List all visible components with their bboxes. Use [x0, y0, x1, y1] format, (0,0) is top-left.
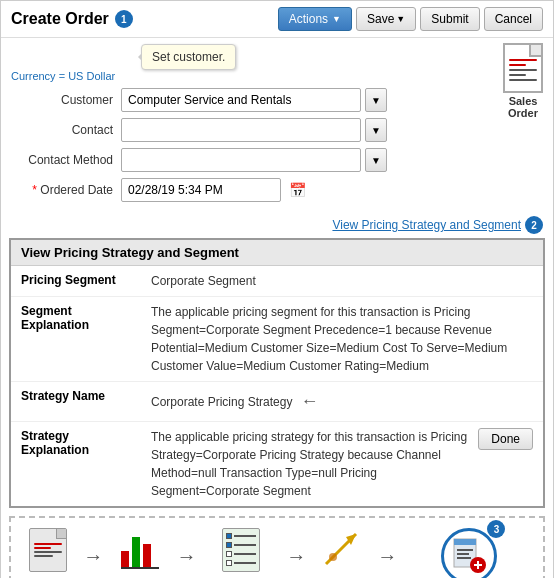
- form-area: SalesOrder Currency = US Dollar Customer…: [1, 38, 553, 214]
- ordered-date-row: Ordered Date 📅: [11, 178, 543, 202]
- ordered-date-input[interactable]: [121, 178, 281, 202]
- header: Create Order 1 Actions ▼ Save ▼ Submit C…: [1, 1, 553, 38]
- contact-method-dropdown-btn[interactable]: ▼: [365, 148, 387, 172]
- strategy-name-value-row: Corporate Pricing Strategy ←: [151, 388, 533, 415]
- arrow-4-icon: →: [377, 545, 397, 568]
- doc-line-2: [509, 74, 526, 76]
- segment-explanation-label: Segment Explanation: [21, 303, 151, 332]
- svg-rect-0: [121, 551, 129, 569]
- sales-order-icon: SalesOrder: [503, 43, 543, 119]
- svg-rect-9: [457, 549, 473, 551]
- strategy-assignment-step-icon: [219, 528, 263, 572]
- segment-explanation-value: The applicable pricing segment for this …: [151, 303, 533, 375]
- strategy-name-row: Strategy Name Corporate Pricing Strategy…: [11, 382, 543, 422]
- customer-row: Customer ▼: [11, 88, 543, 112]
- customer-label: Customer: [11, 93, 121, 107]
- pricing-profile-step-icon: [26, 528, 70, 572]
- pricing-panel: View Pricing Strategy and Segment Pricin…: [9, 238, 545, 508]
- customer-input[interactable]: [121, 88, 361, 112]
- main-container: Create Order 1 Actions ▼ Save ▼ Submit C…: [0, 0, 554, 578]
- contact-method-row: Contact Method ▼: [11, 148, 543, 172]
- segment-explanation-row: Segment Explanation The applicable prici…: [11, 297, 543, 382]
- badge-2: 2: [525, 216, 543, 234]
- ordered-date-input-wrapper: 📅: [121, 178, 543, 202]
- contact-input[interactable]: [121, 118, 361, 142]
- header-actions: Actions ▼ Save ▼ Submit Cancel: [278, 7, 543, 31]
- workflow-step-pricing-admin[interactable]: 3: [411, 528, 529, 578]
- badge-3: 3: [487, 520, 505, 538]
- svg-rect-3: [121, 567, 159, 569]
- workflow-step-strategy-assignment[interactable]: StrategyAssignment: [210, 528, 273, 578]
- contact-row: Contact ▼: [11, 118, 543, 142]
- actions-button[interactable]: Actions ▼: [278, 7, 352, 31]
- contact-input-wrapper: ▼: [121, 118, 543, 142]
- customer-input-wrapper: ▼: [121, 88, 543, 112]
- svg-point-6: [329, 553, 337, 561]
- pricing-segment-value: Corporate Segment: [151, 272, 533, 290]
- pricing-segment-label: Pricing Segment: [21, 272, 151, 287]
- arrow-left-icon: ←: [300, 388, 318, 415]
- contact-method-input[interactable]: [121, 148, 361, 172]
- save-caret-icon: ▼: [396, 14, 405, 24]
- workflow-step-pricing-profile[interactable]: PricingProfile: [26, 528, 70, 578]
- page-title: Create Order: [11, 10, 109, 28]
- svg-rect-11: [457, 557, 471, 559]
- arrow-2-icon: →: [177, 545, 197, 568]
- pricing-strategy-step-icon: [320, 528, 364, 572]
- pricing-link[interactable]: View Pricing Strategy and Segment: [332, 218, 521, 232]
- pricing-segment-row: Pricing Segment Corporate Segment: [11, 266, 543, 297]
- workflow-area: PricingProfile → Pricing: [9, 516, 545, 578]
- calendar-icon[interactable]: 📅: [289, 182, 306, 198]
- customer-dropdown-btn[interactable]: ▼: [365, 88, 387, 112]
- sales-order-label: SalesOrder: [508, 95, 538, 119]
- explanation-content: The applicable pricing strategy for this…: [151, 428, 533, 500]
- svg-rect-1: [132, 537, 140, 569]
- svg-rect-10: [457, 553, 469, 555]
- doc-line-3: [509, 79, 537, 81]
- arrow-3-icon: →: [286, 545, 306, 568]
- tooltip-bubble: Set customer.: [141, 44, 236, 70]
- strategy-name-label: Strategy Name: [21, 388, 151, 403]
- submit-button[interactable]: Submit: [420, 7, 479, 31]
- workflow-steps: PricingProfile → Pricing: [19, 528, 535, 578]
- doc-line-red: [509, 59, 537, 61]
- done-button[interactable]: Done: [478, 428, 533, 450]
- ordered-date-label: Ordered Date: [11, 183, 121, 197]
- workflow-step-pricing-segment[interactable]: PricingSegment: [117, 528, 163, 578]
- workflow-step-pricing-strategy[interactable]: PricingStrategy: [320, 528, 364, 578]
- contact-method-input-wrapper: ▼: [121, 148, 543, 172]
- svg-rect-14: [477, 561, 479, 569]
- pricing-link-row: View Pricing Strategy and Segment 2: [1, 214, 553, 238]
- contact-method-label: Contact Method: [11, 153, 121, 167]
- contact-dropdown-btn[interactable]: ▼: [365, 118, 387, 142]
- cancel-button[interactable]: Cancel: [484, 7, 543, 31]
- badge-1: 1: [115, 10, 133, 28]
- doc-line-red-short: [509, 64, 526, 66]
- svg-rect-8: [454, 539, 476, 545]
- strategy-explanation-row: Strategy Explanation The applicable pric…: [11, 422, 543, 506]
- arrow-1-icon: →: [83, 545, 103, 568]
- doc-icon: [503, 43, 543, 93]
- actions-caret-icon: ▼: [332, 14, 341, 24]
- save-button[interactable]: Save ▼: [356, 7, 416, 31]
- strategy-explanation-label: Strategy Explanation: [21, 428, 151, 457]
- pricing-segment-step-icon: [118, 528, 162, 572]
- strategy-explanation-value: The applicable pricing strategy for this…: [151, 428, 470, 500]
- currency-label: Currency = US Dollar: [11, 70, 543, 82]
- svg-rect-2: [143, 544, 151, 569]
- contact-label: Contact: [11, 123, 121, 137]
- pricing-panel-title: View Pricing Strategy and Segment: [11, 240, 543, 266]
- doc-line-1: [509, 69, 537, 71]
